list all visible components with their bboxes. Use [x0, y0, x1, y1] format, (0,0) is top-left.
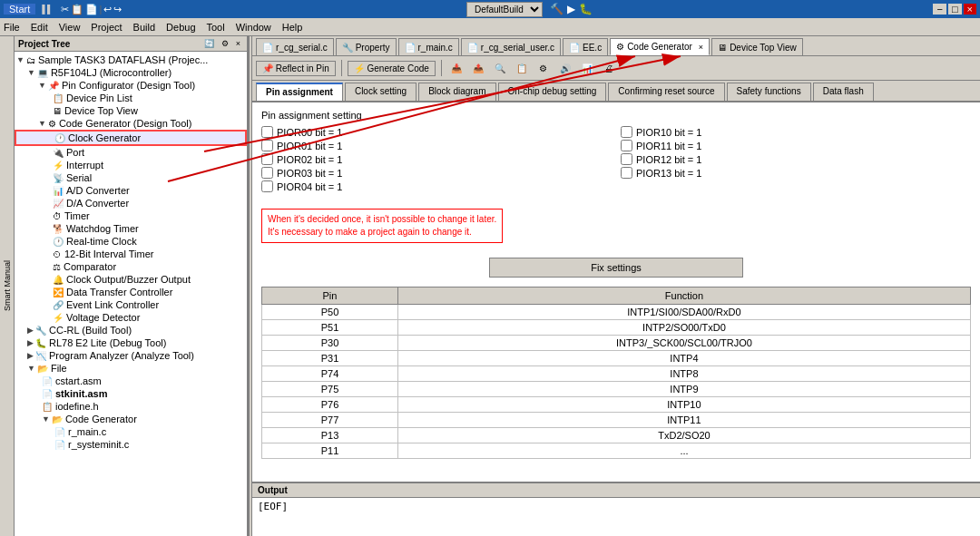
tree-code-gen-design[interactable]: ▼ ⚙ Code Generator (Design Tool): [15, 117, 247, 130]
tree-12bit[interactable]: ⏲ 12-Bit Interval Timer: [15, 248, 247, 260]
debug-icon[interactable]: 🐛: [579, 3, 593, 15]
bit-icon: ⏲: [53, 249, 62, 259]
maximize-button[interactable]: □: [948, 4, 962, 15]
settings-icon[interactable]: ⚙: [219, 38, 231, 49]
tab-icon-rmain: 📄: [405, 43, 416, 53]
tab-r-cg-serial-c[interactable]: 📄 r_cg_serial.c: [256, 38, 334, 55]
icon-btn-7[interactable]: 📊: [578, 59, 596, 77]
pior01-checkbox[interactable]: [261, 140, 273, 151]
pior02-checkbox[interactable]: [261, 153, 273, 165]
analyzer-icon: 📉: [35, 351, 46, 361]
fix-settings-button[interactable]: Fix settings: [489, 258, 743, 278]
tree-file-folder[interactable]: ▼ 📂 File: [15, 362, 247, 375]
tree-code-gen-folder[interactable]: ▼ 📂 Code Generator: [15, 413, 247, 425]
tree-port[interactable]: 🔌 Port: [15, 146, 247, 159]
tree-device-pin-list[interactable]: 📋 Device Pin List: [15, 92, 247, 104]
tree-interrupt[interactable]: ⚡ Interrupt: [15, 159, 247, 171]
tree-comparator[interactable]: ⚖ Comparator: [15, 260, 247, 273]
pior13-checkbox[interactable]: [621, 167, 632, 179]
pior10-checkbox[interactable]: [621, 126, 632, 138]
generate-code-button[interactable]: ⚡ Generate Code: [348, 61, 436, 76]
tab-code-generator[interactable]: ⚙ Code Generator ×: [610, 38, 710, 55]
tab2-safety[interactable]: Safety functions: [727, 83, 811, 101]
tab-r-main-c[interactable]: 📄 r_main.c: [398, 38, 459, 55]
tab2-confirm-reset[interactable]: Confirming reset source: [608, 83, 724, 101]
menu-view[interactable]: View: [59, 22, 81, 33]
tree-device-top-view[interactable]: 🖥 Device Top View: [15, 104, 247, 117]
tree-voltage[interactable]: ⚡ Voltage Detector: [15, 311, 247, 324]
tree-clock-generator[interactable]: 🕐 Clock Generator: [15, 130, 247, 146]
toolbar-icon[interactable]: 📋: [71, 4, 83, 15]
menu-build[interactable]: Build: [133, 22, 155, 33]
run-icon[interactable]: ▶: [567, 3, 575, 15]
tab-r-cg-serial-user[interactable]: 📄 r_cg_serial_user.c: [461, 38, 561, 55]
tree-watchdog[interactable]: 🐕 Watchdog Timer: [15, 222, 247, 235]
icon-btn-5[interactable]: ⚙: [534, 59, 553, 77]
tree-microcontroller[interactable]: ▼ 💻 R5F104LJ (Microcontroller): [15, 66, 247, 79]
tree-pin-config[interactable]: ▼ 📌 Pin Configurator (Design Tool): [15, 79, 247, 92]
tab2-block-diagram[interactable]: Block diagram: [418, 83, 495, 101]
menu-file[interactable]: File: [4, 22, 20, 33]
tab-device-top-view[interactable]: 🖥 Device Top View: [711, 38, 803, 55]
icon-btn-2[interactable]: 📤: [469, 59, 487, 77]
pior03-checkbox[interactable]: [261, 167, 273, 179]
icon-btn-3[interactable]: 🔍: [491, 59, 509, 77]
tab-property[interactable]: 🔧 Property: [336, 38, 397, 55]
pior12-label: PIOR12 bit = 1: [636, 154, 701, 165]
comp-icon: ⚖: [53, 262, 61, 272]
menu-help[interactable]: Help: [282, 22, 303, 33]
toolbar-icon[interactable]: 📄: [85, 4, 98, 15]
menu-edit[interactable]: Edit: [31, 22, 48, 33]
undo-icon[interactable]: ↩: [103, 4, 112, 15]
tree-timer[interactable]: ⏱ Timer: [15, 210, 247, 222]
close-button[interactable]: ×: [964, 4, 976, 15]
start-button[interactable]: Start: [4, 4, 35, 15]
cstart-icon: 📄: [42, 376, 53, 386]
menu-project[interactable]: Project: [91, 22, 122, 33]
minimize-button[interactable]: −: [933, 4, 946, 15]
tab2-clock-setting[interactable]: Clock setting: [345, 83, 416, 101]
icon-btn-6[interactable]: 🔊: [556, 59, 574, 77]
sync-icon[interactable]: 🔄: [201, 38, 217, 49]
tree-analyzer[interactable]: ▶ 📉 Program Analyzer (Analyze Tool): [15, 349, 247, 362]
menu-tool[interactable]: Tool: [207, 22, 225, 33]
tree-serial[interactable]: 📡 Serial: [15, 171, 247, 184]
pior11-checkbox[interactable]: [621, 140, 632, 151]
tree-adc[interactable]: 📊 A/D Converter: [15, 184, 247, 197]
tree-cc-rl[interactable]: ▶ 🔧 CC-RL (Build Tool): [15, 324, 247, 336]
tab-ee-c[interactable]: 📄 EE.c: [563, 38, 608, 55]
tree-iodefine-h[interactable]: 📋 iodefine.h: [15, 400, 247, 413]
tree-rtc[interactable]: 🕐 Real-time Clock: [15, 235, 247, 248]
tree-clk-out[interactable]: 🔔 Clock Output/Buzzer Output: [15, 273, 247, 286]
icon-btn-8[interactable]: 🖨: [600, 59, 618, 77]
menu-window[interactable]: Window: [236, 22, 271, 33]
tree-r-systeminit-c[interactable]: 📄 r_systeminit.c: [15, 438, 247, 451]
pior04-checkbox[interactable]: [261, 180, 273, 192]
icon-btn-4[interactable]: 📋: [513, 59, 531, 77]
tab-close-cg[interactable]: ×: [699, 43, 703, 52]
tree-project-root[interactable]: ▼ 🗂 Sample TASK3 DATAFLASH (Projec...: [15, 54, 247, 66]
warning-text: When it's decided once, it isn't possibl…: [261, 209, 503, 243]
tree-stkinit-asm[interactable]: 📄 stkinit.asm: [15, 387, 247, 400]
reflect-in-pin-button[interactable]: 📌 Reflect in Pin: [256, 61, 336, 76]
tab2-onchip-debug[interactable]: On-chip debug setting: [498, 83, 607, 101]
close-panel-icon[interactable]: ×: [233, 38, 243, 49]
icon-btn-1[interactable]: 📥: [447, 59, 466, 77]
pior12-checkbox[interactable]: [621, 153, 632, 165]
build-icon[interactable]: 🔨: [550, 3, 564, 15]
tree-cstart-asm[interactable]: 📄 cstart.asm: [15, 375, 247, 387]
tree-debug-tool[interactable]: ▶ 🐛 RL78 E2 Lite (Debug Tool): [15, 336, 247, 349]
tree-dtc[interactable]: 🔀 Data Transfer Controller: [15, 286, 247, 298]
build-config-dropdown[interactable]: DefaultBuild: [466, 2, 543, 17]
stkinit-label: stkinit.asm: [55, 388, 107, 399]
tree-r-main-c[interactable]: 📄 r_main.c: [15, 425, 247, 438]
pior00-checkbox[interactable]: [261, 126, 273, 138]
tab-icon-rcg: 📄: [262, 43, 273, 53]
menu-debug[interactable]: Debug: [166, 22, 195, 33]
toolbar-icon[interactable]: ✂: [61, 4, 69, 15]
redo-icon[interactable]: ↪: [113, 4, 122, 15]
tree-dac[interactable]: 📈 D/A Converter: [15, 197, 247, 210]
tree-elc[interactable]: 🔗 Event Link Controller: [15, 298, 247, 311]
tab2-data-flash[interactable]: Data flash: [813, 83, 874, 101]
tab2-pin-assignment[interactable]: Pin assignment: [256, 83, 343, 101]
